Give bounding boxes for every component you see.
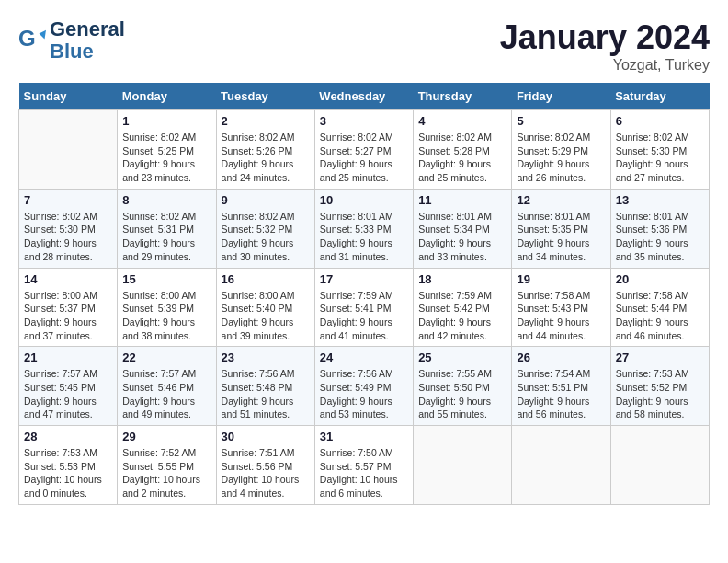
day-number: 1 <box>122 114 210 128</box>
day-number: 30 <box>222 430 310 443</box>
week-row-5: 28Sunrise: 7:53 AMSunset: 5:53 PMDayligh… <box>19 426 710 505</box>
day-info: Sunrise: 7:53 AMSunset: 5:52 PMDaylight:… <box>616 367 704 421</box>
calendar-cell: 8Sunrise: 8:02 AMSunset: 5:31 PMDaylight… <box>118 189 216 268</box>
calendar-cell: 14Sunrise: 8:00 AMSunset: 5:37 PMDayligh… <box>19 268 118 347</box>
calendar-cell: 9Sunrise: 8:02 AMSunset: 5:32 PMDaylight… <box>216 189 314 268</box>
location: Yozgat, Turkey <box>500 57 710 74</box>
calendar-cell: 12Sunrise: 8:01 AMSunset: 5:35 PMDayligh… <box>512 189 610 268</box>
day-info: Sunrise: 7:54 AMSunset: 5:51 PMDaylight:… <box>517 367 605 421</box>
day-number: 20 <box>616 272 704 286</box>
calendar-cell: 18Sunrise: 7:59 AMSunset: 5:42 PMDayligh… <box>414 268 512 347</box>
day-number: 25 <box>418 350 506 364</box>
weekday-header-thursday: Thursday <box>414 83 512 110</box>
day-info: Sunrise: 8:00 AMSunset: 5:40 PMDaylight:… <box>222 289 310 343</box>
day-info: Sunrise: 8:02 AMSunset: 5:28 PMDaylight:… <box>418 131 506 185</box>
calendar-cell: 10Sunrise: 8:01 AMSunset: 5:33 PMDayligh… <box>314 189 413 268</box>
day-number: 24 <box>320 350 408 364</box>
calendar-cell <box>512 426 610 505</box>
day-info: Sunrise: 7:57 AMSunset: 5:45 PMDaylight:… <box>24 367 112 421</box>
calendar-cell: 13Sunrise: 8:01 AMSunset: 5:36 PMDayligh… <box>610 189 709 268</box>
calendar-cell: 1Sunrise: 8:02 AMSunset: 5:25 PMDaylight… <box>118 110 216 190</box>
calendar-cell: 5Sunrise: 8:02 AMSunset: 5:29 PMDaylight… <box>512 110 610 190</box>
calendar-cell: 21Sunrise: 7:57 AMSunset: 5:45 PMDayligh… <box>19 347 118 426</box>
day-number: 8 <box>122 193 210 207</box>
day-number: 11 <box>418 193 506 207</box>
day-number: 6 <box>616 114 704 128</box>
week-row-4: 21Sunrise: 7:57 AMSunset: 5:45 PMDayligh… <box>19 347 710 426</box>
day-info: Sunrise: 8:00 AMSunset: 5:37 PMDaylight:… <box>24 289 112 343</box>
day-info: Sunrise: 8:02 AMSunset: 5:26 PMDaylight:… <box>222 131 310 185</box>
day-info: Sunrise: 7:52 AMSunset: 5:55 PMDaylight:… <box>122 446 210 500</box>
day-info: Sunrise: 7:56 AMSunset: 5:48 PMDaylight:… <box>222 367 310 421</box>
weekday-header-row: SundayMondayTuesdayWednesdayThursdayFrid… <box>19 83 710 110</box>
logo: G General Blue <box>18 18 125 63</box>
weekday-header-friday: Friday <box>512 83 610 110</box>
page-header: G General Blue January 2024 Yozgat, Turk… <box>18 18 710 74</box>
day-number: 28 <box>24 430 112 443</box>
month-title: January 2024 <box>500 18 710 57</box>
calendar-cell: 6Sunrise: 8:02 AMSunset: 5:30 PMDaylight… <box>610 110 709 190</box>
day-info: Sunrise: 8:02 AMSunset: 5:30 PMDaylight:… <box>24 210 112 264</box>
svg-marker-1 <box>40 30 47 40</box>
day-info: Sunrise: 7:59 AMSunset: 5:41 PMDaylight:… <box>320 289 408 343</box>
logo-icon: G <box>18 27 46 54</box>
day-number: 17 <box>320 272 408 286</box>
day-info: Sunrise: 8:02 AMSunset: 5:25 PMDaylight:… <box>122 131 210 185</box>
calendar-cell: 4Sunrise: 8:02 AMSunset: 5:28 PMDaylight… <box>414 110 512 190</box>
calendar-cell: 22Sunrise: 7:57 AMSunset: 5:46 PMDayligh… <box>118 347 216 426</box>
calendar-cell: 26Sunrise: 7:54 AMSunset: 5:51 PMDayligh… <box>512 347 610 426</box>
day-number: 26 <box>517 350 605 364</box>
calendar-cell: 28Sunrise: 7:53 AMSunset: 5:53 PMDayligh… <box>19 426 118 505</box>
day-number: 3 <box>320 114 408 128</box>
day-number: 18 <box>418 272 506 286</box>
day-number: 22 <box>122 350 210 364</box>
logo-text: General Blue <box>50 18 125 63</box>
day-info: Sunrise: 8:02 AMSunset: 5:27 PMDaylight:… <box>320 131 408 185</box>
calendar-cell: 29Sunrise: 7:52 AMSunset: 5:55 PMDayligh… <box>118 426 216 505</box>
day-number: 23 <box>222 350 310 364</box>
calendar-cell: 17Sunrise: 7:59 AMSunset: 5:41 PMDayligh… <box>314 268 413 347</box>
day-info: Sunrise: 7:58 AMSunset: 5:44 PMDaylight:… <box>616 289 704 343</box>
day-number: 2 <box>222 114 310 128</box>
day-info: Sunrise: 8:02 AMSunset: 5:31 PMDaylight:… <box>122 210 210 264</box>
calendar-table: SundayMondayTuesdayWednesdayThursdayFrid… <box>18 83 710 505</box>
day-info: Sunrise: 7:56 AMSunset: 5:49 PMDaylight:… <box>320 367 408 421</box>
calendar-cell: 27Sunrise: 7:53 AMSunset: 5:52 PMDayligh… <box>610 347 709 426</box>
day-info: Sunrise: 8:01 AMSunset: 5:33 PMDaylight:… <box>320 210 408 264</box>
weekday-header-sunday: Sunday <box>19 83 118 110</box>
day-info: Sunrise: 7:50 AMSunset: 5:57 PMDaylight:… <box>320 446 408 500</box>
day-number: 7 <box>24 193 112 207</box>
day-info: Sunrise: 8:00 AMSunset: 5:39 PMDaylight:… <box>122 289 210 343</box>
day-info: Sunrise: 8:01 AMSunset: 5:35 PMDaylight:… <box>517 210 605 264</box>
day-info: Sunrise: 8:01 AMSunset: 5:34 PMDaylight:… <box>418 210 506 264</box>
day-number: 21 <box>24 350 112 364</box>
calendar-cell: 23Sunrise: 7:56 AMSunset: 5:48 PMDayligh… <box>216 347 314 426</box>
weekday-header-tuesday: Tuesday <box>216 83 314 110</box>
day-number: 13 <box>616 193 704 207</box>
calendar-cell: 19Sunrise: 7:58 AMSunset: 5:43 PMDayligh… <box>512 268 610 347</box>
day-info: Sunrise: 7:55 AMSunset: 5:50 PMDaylight:… <box>418 367 506 421</box>
calendar-cell: 7Sunrise: 8:02 AMSunset: 5:30 PMDaylight… <box>19 189 118 268</box>
calendar-cell: 2Sunrise: 8:02 AMSunset: 5:26 PMDaylight… <box>216 110 314 190</box>
day-info: Sunrise: 7:51 AMSunset: 5:56 PMDaylight:… <box>222 446 310 500</box>
day-info: Sunrise: 7:59 AMSunset: 5:42 PMDaylight:… <box>418 289 506 343</box>
day-info: Sunrise: 7:57 AMSunset: 5:46 PMDaylight:… <box>122 367 210 421</box>
calendar-cell <box>610 426 709 505</box>
day-number: 5 <box>517 114 605 128</box>
day-number: 4 <box>418 114 506 128</box>
day-number: 9 <box>222 193 310 207</box>
day-info: Sunrise: 8:01 AMSunset: 5:36 PMDaylight:… <box>616 210 704 264</box>
svg-text:G: G <box>18 27 36 51</box>
calendar-cell: 24Sunrise: 7:56 AMSunset: 5:49 PMDayligh… <box>314 347 413 426</box>
week-row-2: 7Sunrise: 8:02 AMSunset: 5:30 PMDaylight… <box>19 189 710 268</box>
calendar-cell: 20Sunrise: 7:58 AMSunset: 5:44 PMDayligh… <box>610 268 709 347</box>
title-block: January 2024 Yozgat, Turkey <box>500 18 710 74</box>
weekday-header-saturday: Saturday <box>610 83 709 110</box>
calendar-cell: 3Sunrise: 8:02 AMSunset: 5:27 PMDaylight… <box>314 110 413 190</box>
day-info: Sunrise: 8:02 AMSunset: 5:32 PMDaylight:… <box>222 210 310 264</box>
day-number: 16 <box>222 272 310 286</box>
week-row-3: 14Sunrise: 8:00 AMSunset: 5:37 PMDayligh… <box>19 268 710 347</box>
calendar-cell <box>414 426 512 505</box>
day-info: Sunrise: 7:58 AMSunset: 5:43 PMDaylight:… <box>517 289 605 343</box>
day-number: 29 <box>122 430 210 443</box>
